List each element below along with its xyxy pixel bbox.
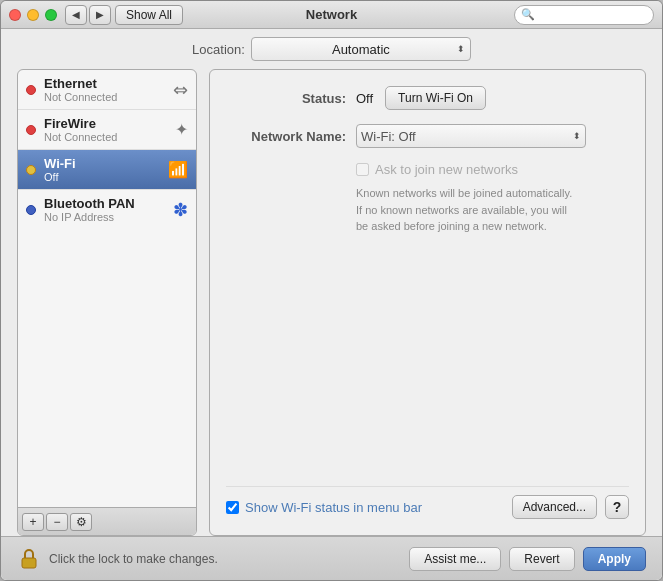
lock-label: Click the lock to make changes. <box>49 552 218 566</box>
item-status-wifi: Off <box>44 171 164 183</box>
revert-button[interactable]: Revert <box>509 547 574 571</box>
maximize-button[interactable] <box>45 9 57 21</box>
add-network-button[interactable]: + <box>22 513 44 531</box>
remove-network-button[interactable]: − <box>46 513 68 531</box>
status-dot-firewire <box>26 125 36 135</box>
search-icon: 🔍 <box>521 8 535 21</box>
back-button[interactable]: ◀ <box>65 5 87 25</box>
sidebar: Ethernet Not Connected ⇔ FireWire Not Co… <box>17 69 197 536</box>
item-name-wifi: Wi-Fi <box>44 156 164 171</box>
right-panel: Status: Off Turn Wi-Fi On Network Name: … <box>209 69 646 536</box>
bluetooth-icon: ✽ <box>173 199 188 221</box>
info-text: Known networks will be joined automatica… <box>226 185 629 235</box>
item-status-bluetooth: No IP Address <box>44 211 169 223</box>
location-bar: Location: Automatic Edit Locations... ⬍ <box>1 29 662 69</box>
ask-join-checkbox[interactable] <box>356 163 369 176</box>
traffic-lights <box>9 9 57 21</box>
sidebar-item-bluetooth[interactable]: Bluetooth PAN No IP Address ✽ <box>18 190 196 229</box>
status-dot-wifi <box>26 165 36 175</box>
search-box[interactable]: 🔍 <box>514 5 654 25</box>
panel-bottom: Show Wi-Fi status in menu bar Advanced..… <box>226 486 629 519</box>
lock-button[interactable]: Click the lock to make changes. <box>17 547 218 571</box>
status-section: Status: Off Turn Wi-Fi On <box>226 86 629 110</box>
item-name-firewire: FireWire <box>44 116 171 131</box>
minimize-button[interactable] <box>27 9 39 21</box>
close-button[interactable] <box>9 9 21 21</box>
apply-button[interactable]: Apply <box>583 547 646 571</box>
svg-rect-0 <box>22 558 36 568</box>
location-select[interactable]: Automatic Edit Locations... <box>251 37 471 61</box>
main-content: Ethernet Not Connected ⇔ FireWire Not Co… <box>1 69 662 536</box>
location-select-wrapper: Automatic Edit Locations... ⬍ <box>251 37 471 61</box>
status-value: Off <box>356 91 373 106</box>
bottom-bar: Click the lock to make changes. Assist m… <box>1 536 662 580</box>
turn-wifi-button[interactable]: Turn Wi-Fi On <box>385 86 486 110</box>
sidebar-item-ethernet[interactable]: Ethernet Not Connected ⇔ <box>18 70 196 110</box>
bottom-buttons: Assist me... Revert Apply <box>409 547 646 571</box>
info-line2: If no known networks are available, you … <box>356 204 567 216</box>
sidebar-item-wifi[interactable]: Wi-Fi Off 📶 <box>18 150 196 190</box>
assist-button[interactable]: Assist me... <box>409 547 501 571</box>
info-line3: be asked before joining a new network. <box>356 220 547 232</box>
network-name-section: Network Name: Wi-Fi: Off <box>226 124 629 148</box>
status-label: Status: <box>226 91 346 106</box>
info-line1: Known networks will be joined automatica… <box>356 187 572 199</box>
ethernet-icon: ⇔ <box>173 79 188 101</box>
firewire-icon: ✦ <box>175 120 188 139</box>
item-text-ethernet: Ethernet Not Connected <box>44 76 169 103</box>
location-label: Location: <box>192 42 245 57</box>
item-text-bluetooth: Bluetooth PAN No IP Address <box>44 196 169 223</box>
show-all-button[interactable]: Show All <box>115 5 183 25</box>
status-dot-ethernet <box>26 85 36 95</box>
sidebar-list: Ethernet Not Connected ⇔ FireWire Not Co… <box>18 70 196 507</box>
help-button[interactable]: ? <box>605 495 629 519</box>
item-status-firewire: Not Connected <box>44 131 171 143</box>
panel-bottom-right: Advanced... ? <box>512 495 629 519</box>
lock-icon <box>17 547 41 571</box>
gear-button[interactable]: ⚙ <box>70 513 92 531</box>
sidebar-item-firewire[interactable]: FireWire Not Connected ✦ <box>18 110 196 150</box>
wifi-icon: 📶 <box>168 160 188 179</box>
ask-join-label: Ask to join new networks <box>375 162 518 177</box>
network-window: ◀ ▶ Show All Network 🔍 Location: Automat… <box>0 0 663 581</box>
item-name-bluetooth: Bluetooth PAN <box>44 196 169 211</box>
advanced-button[interactable]: Advanced... <box>512 495 597 519</box>
show-wifi-checkbox[interactable] <box>226 501 239 514</box>
network-name-label: Network Name: <box>226 129 346 144</box>
item-name-ethernet: Ethernet <box>44 76 169 91</box>
nav-buttons: ◀ ▶ <box>65 5 111 25</box>
status-dot-bluetooth <box>26 205 36 215</box>
network-name-select-wrapper: Wi-Fi: Off <box>356 124 586 148</box>
window-title: Network <box>306 7 357 22</box>
search-input[interactable] <box>538 9 647 21</box>
ask-section: Ask to join new networks <box>226 162 629 177</box>
title-bar: ◀ ▶ Show All Network 🔍 <box>1 1 662 29</box>
item-status-ethernet: Not Connected <box>44 91 169 103</box>
sidebar-toolbar: + − ⚙ <box>18 507 196 535</box>
item-text-firewire: FireWire Not Connected <box>44 116 171 143</box>
item-text-wifi: Wi-Fi Off <box>44 156 164 183</box>
show-wifi-label[interactable]: Show Wi-Fi status in menu bar <box>245 500 422 515</box>
network-name-select[interactable]: Wi-Fi: Off <box>356 124 586 148</box>
forward-button[interactable]: ▶ <box>89 5 111 25</box>
panel-spacer <box>226 235 629 487</box>
